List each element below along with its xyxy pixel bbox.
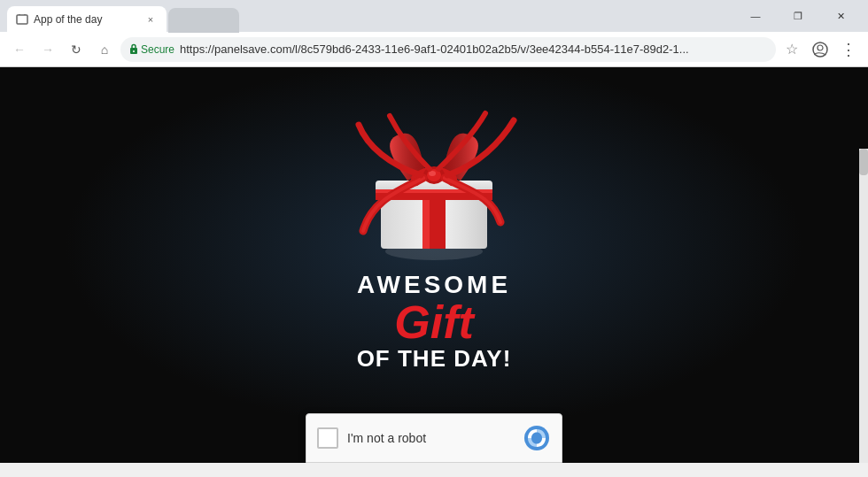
minimize-button[interactable]: — <box>735 0 776 32</box>
profile-icon <box>812 42 828 58</box>
secure-badge: Secure <box>129 43 174 56</box>
profile-button[interactable] <box>808 37 833 62</box>
menu-button[interactable]: ⋮ <box>836 37 861 62</box>
gift-area: AWESOME Gift of the DAY! <box>345 94 523 373</box>
captcha-checkbox[interactable] <box>317 427 338 449</box>
address-bar[interactable]: Secure https://panelsave.com/l/8c579bd6-… <box>120 37 776 62</box>
svg-point-4 <box>818 45 823 50</box>
forward-button[interactable]: → <box>35 37 60 62</box>
svg-point-2 <box>133 50 135 52</box>
tab-title: App of the day <box>34 13 138 26</box>
scrollbar[interactable] <box>859 149 868 463</box>
window-controls: — ❐ ✕ <box>735 0 861 32</box>
reload-button[interactable]: ↻ <box>64 37 89 62</box>
tab-bar: App of the day × <box>7 0 725 32</box>
scrollbar-thumb[interactable] <box>859 149 868 175</box>
captcha-widget[interactable]: I'm not a robot <box>306 413 562 463</box>
lock-icon <box>129 43 138 55</box>
inactive-tab[interactable] <box>168 8 239 33</box>
address-text: https://panelsave.com/l/8c579bd6-2433-11… <box>180 42 689 56</box>
gift-box-svg <box>345 94 523 262</box>
bookmark-button[interactable]: ☆ <box>779 37 804 62</box>
awesome-headline: AWESOME <box>357 271 511 298</box>
tab-favicon-icon <box>16 13 28 26</box>
gift-headline: Gift <box>357 299 512 345</box>
secure-label: Secure <box>141 43 174 56</box>
recaptcha-logo <box>523 424 551 452</box>
captcha-label: I'm not a robot <box>347 431 514 445</box>
title-bar: App of the day × — ❐ ✕ <box>0 0 868 32</box>
browser-chrome: App of the day × — ❐ ✕ ← → ↻ ⌂ <box>0 0 868 67</box>
webpage: AWESOME Gift of the DAY! I'm not a robot <box>0 67 868 463</box>
of-day-headline: of the DAY! <box>357 345 512 373</box>
svg-rect-9 <box>422 196 430 249</box>
gift-box <box>345 94 523 262</box>
restore-button[interactable]: ❐ <box>778 0 818 32</box>
tab-close-button[interactable]: × <box>143 12 158 27</box>
home-button[interactable]: ⌂ <box>92 37 117 62</box>
nav-bar: ← → ↻ ⌂ Secure https://panelsave.com/l/8… <box>0 32 868 67</box>
active-tab[interactable]: App of the day × <box>7 6 167 33</box>
gift-text-area: AWESOME Gift of the DAY! <box>357 271 512 373</box>
close-button[interactable]: ✕ <box>820 0 861 32</box>
back-button[interactable]: ← <box>7 37 32 62</box>
svg-rect-0 <box>17 15 27 24</box>
